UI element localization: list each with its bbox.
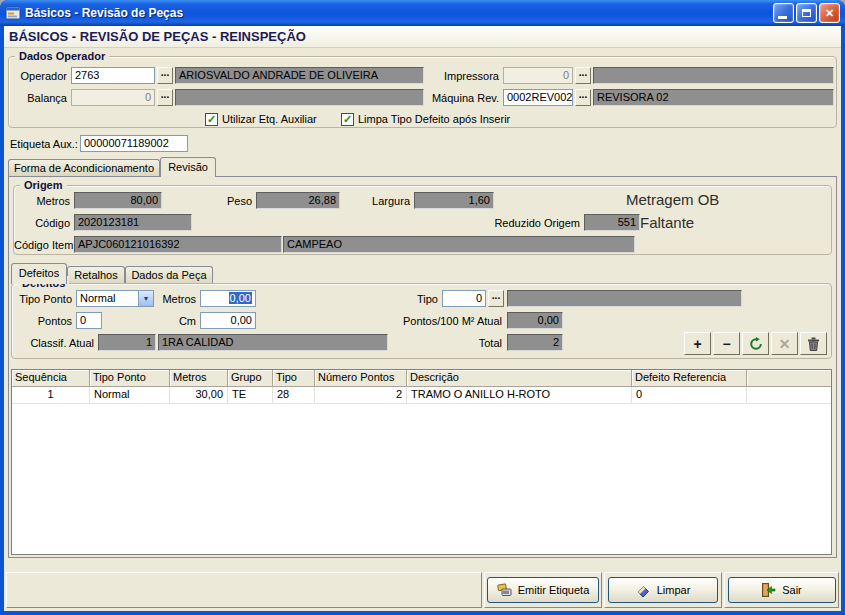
- operador-label: Operador: [15, 69, 67, 84]
- origem-group: Origem Metros 80,00 Peso 26,88 Largura 1…: [13, 185, 832, 255]
- defeitos-metros-input[interactable]: 0,00: [200, 290, 256, 307]
- emitir-etiqueta-label: Emitir Etiqueta: [518, 584, 590, 596]
- dados-operador-legend: Dados Operador: [15, 49, 109, 63]
- faltante-label: Faltante: [640, 214, 694, 231]
- limpar-button[interactable]: Limpar: [608, 577, 718, 603]
- classif-atual-label: Classif. Atual: [14, 336, 94, 351]
- refresh-button[interactable]: [742, 332, 769, 355]
- tab-defeitos[interactable]: Defeitos: [11, 263, 67, 284]
- operador-code-input[interactable]: 2763: [71, 67, 155, 84]
- pontos-label: Pontos: [26, 314, 72, 329]
- plus-icon: +: [693, 336, 701, 352]
- grid-col-numero-pontos[interactable]: Número Pontos: [315, 370, 407, 387]
- total-label: Total: [432, 336, 502, 351]
- checkbox-utilizar-etq-auxiliar[interactable]: ✓ Utilizar Etq. Auxiliar: [205, 112, 317, 126]
- tipo-ponto-value: Normal: [77, 291, 138, 306]
- origem-peso-label: Peso: [206, 194, 252, 209]
- tab-dados-da-peca[interactable]: Dados da Peça: [125, 266, 213, 284]
- codigo-item-descricao-field: CAMPEAO: [283, 236, 635, 253]
- tag-printer-icon: [497, 583, 512, 597]
- origem-largura-field: 1,60: [414, 192, 494, 209]
- footer-filler-panel: [6, 572, 482, 608]
- pontos-input[interactable]: 0: [76, 312, 102, 329]
- defeitos-group: Defeitos Tipo Ponto Normal ▼ Metros 0,00…: [11, 283, 832, 359]
- sair-button[interactable]: Sair: [728, 577, 836, 603]
- grid-col-metros[interactable]: Metros: [170, 370, 228, 387]
- defeitos-tipo-label: Tipo: [398, 292, 438, 307]
- exit-door-icon: [761, 583, 776, 597]
- cell-metros: 30,00: [170, 387, 228, 404]
- footer-bar: Emitir Etiqueta Limpar: [6, 572, 839, 608]
- dados-operador-group: Dados Operador Operador 2763 ... ARIOSVA…: [8, 56, 837, 128]
- tab-forma-de-acondicionamento[interactable]: Forma de Acondicionamento: [8, 159, 160, 176]
- delete-all-button[interactable]: [800, 332, 827, 355]
- add-defeito-button[interactable]: +: [684, 332, 711, 355]
- origem-metros-field: 80,00: [74, 192, 162, 209]
- maximize-button[interactable]: [796, 3, 817, 23]
- defeitos-grid: Sequência Tipo Ponto Metros Grupo Tipo N…: [11, 369, 832, 555]
- close-icon: ✕: [825, 8, 834, 19]
- checkmark-icon: ✓: [207, 114, 216, 125]
- etiqueta-aux-input[interactable]: 00000071189002: [80, 135, 188, 152]
- defeitos-tipo-input[interactable]: 0: [442, 290, 486, 307]
- ellipsis-icon: ...: [579, 89, 587, 100]
- checkbox-label: Limpa Tipo Defeito após Inserir: [358, 113, 510, 125]
- cm-input[interactable]: 0,00: [200, 312, 256, 329]
- minimize-button[interactable]: [773, 3, 794, 23]
- grid-col-defeito-referencia[interactable]: Defeito Referencia: [632, 370, 747, 387]
- balanca-browse-button[interactable]: ...: [157, 89, 173, 106]
- close-button[interactable]: ✕: [819, 3, 840, 23]
- impressora-code-input: 0: [503, 67, 573, 84]
- metragem-ob-label: Metragem OB: [626, 191, 719, 208]
- app-icon[interactable]: [5, 5, 21, 21]
- maquina-rev-name-field: REVISORA 02: [593, 89, 834, 106]
- revisao-tab-panel: Origem Metros 80,00 Peso 26,88 Largura 1…: [8, 176, 837, 558]
- impressora-name-field: [593, 67, 834, 84]
- emitir-etiqueta-button[interactable]: Emitir Etiqueta: [487, 577, 599, 603]
- codigo-item-field: APJC060121016392: [74, 236, 282, 253]
- checkbox-limpa-tipo-defeito[interactable]: ✓ Limpa Tipo Defeito após Inserir: [341, 112, 510, 126]
- impressora-label: Impressora: [437, 69, 499, 84]
- cell-descricao: TRAMO O ANILLO H-ROTO: [407, 387, 632, 404]
- pontos-100-label: Pontos/100 M² Atual: [318, 314, 502, 329]
- ellipsis-icon: ...: [161, 89, 169, 100]
- grid-col-tipo-ponto[interactable]: Tipo Ponto: [90, 370, 170, 387]
- defeitos-tipo-browse-button[interactable]: ...: [488, 290, 504, 307]
- maquina-rev-label: Máquina Rev.: [423, 91, 499, 106]
- defeitos-metros-label: Metros: [156, 292, 196, 307]
- pontos-100-field: 0,00: [507, 312, 563, 329]
- maquina-rev-browse-button[interactable]: ...: [575, 89, 591, 106]
- origem-codigo-label: Código: [16, 216, 70, 231]
- defeitos-tipo-descricao-field: [507, 290, 742, 307]
- chevron-down-icon[interactable]: ▼: [138, 291, 153, 306]
- grid-col-grupo[interactable]: Grupo: [228, 370, 273, 387]
- remove-defeito-button[interactable]: −: [713, 332, 740, 355]
- maximize-icon: [802, 9, 811, 17]
- cell-tipo-ponto: Normal: [90, 387, 170, 404]
- origem-largura-label: Largura: [356, 194, 410, 209]
- checkmark-icon: ✓: [343, 114, 352, 125]
- minus-icon: −: [722, 336, 730, 352]
- tipo-ponto-select[interactable]: Normal ▼: [76, 290, 154, 307]
- classif-atual-descricao-field: 1RA CALIDAD: [158, 334, 388, 351]
- grid-data-row[interactable]: 1 Normal 30,00 TE 28 2 TRAMO O ANILLO H-…: [12, 387, 831, 404]
- grid-col-descricao[interactable]: Descrição: [407, 370, 632, 387]
- checkbox-box: ✓: [205, 113, 218, 126]
- grid-col-sequencia[interactable]: Sequência: [12, 370, 90, 387]
- reduzido-origem-label: Reduzido Origem: [482, 216, 580, 231]
- grid-header-row: Sequência Tipo Ponto Metros Grupo Tipo N…: [12, 370, 831, 387]
- maquina-rev-code-input[interactable]: 0002REV002: [503, 89, 573, 106]
- limpar-label: Limpar: [657, 584, 691, 596]
- footer-panel-emitir: Emitir Etiqueta: [484, 572, 602, 608]
- ellipsis-icon: ...: [579, 67, 587, 78]
- titlebar[interactable]: Básicos - Revisão de Peças ✕: [0, 0, 845, 26]
- cancel-button: ✕: [771, 332, 798, 355]
- page-title: BÁSICOS - REVISÃO DE PEÇAS - REINSPEÇÃO: [4, 26, 841, 48]
- operador-browse-button[interactable]: ...: [157, 67, 173, 84]
- tab-retalhos[interactable]: Retalhos: [67, 266, 125, 284]
- grid-col-tipo[interactable]: Tipo: [273, 370, 315, 387]
- sair-label: Sair: [782, 584, 802, 596]
- ellipsis-icon: ...: [161, 67, 169, 78]
- tab-revisao[interactable]: Revisão: [160, 157, 216, 177]
- impressora-browse-button[interactable]: ...: [575, 67, 591, 84]
